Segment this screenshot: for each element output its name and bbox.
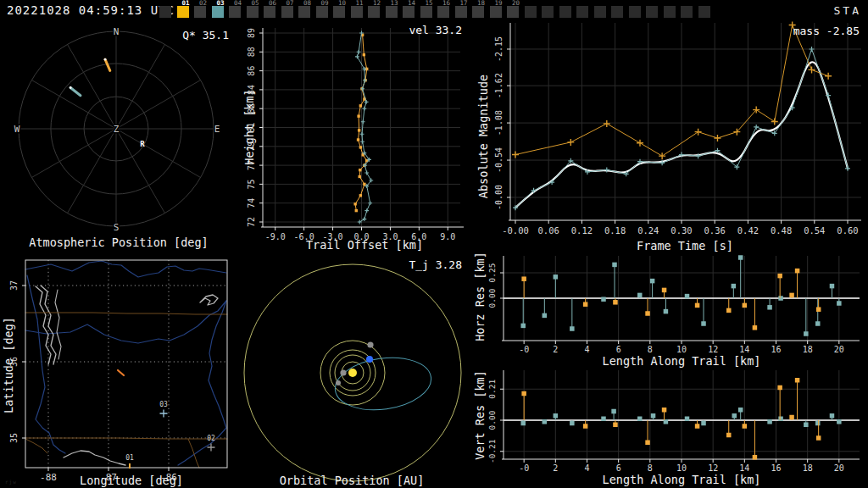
frame-tab-blank[interactable] <box>646 6 658 18</box>
ground-trajectory <box>118 370 124 375</box>
orbit-x-label: Orbital Position [AU] <box>237 474 466 487</box>
meteor-streak-orange <box>105 59 110 70</box>
plus-marker <box>357 50 361 54</box>
panel-light-curve: -0.000.060.120.180.240.300.360.420.480.5… <box>466 21 868 252</box>
tick-label: 6 <box>616 345 621 354</box>
plus-marker <box>754 125 759 130</box>
frame-tab-label: 14 <box>408 0 415 7</box>
frame-tab-11[interactable] <box>351 6 363 18</box>
tick-label: -1.08 <box>494 110 504 136</box>
square-marker <box>651 413 656 419</box>
map-x-label: Longitude [deg] <box>25 474 237 487</box>
plus-marker <box>360 132 364 136</box>
frame-tab-label: 12 <box>373 0 381 7</box>
planet <box>367 341 373 347</box>
frame-tab-label: 13 <box>391 0 398 7</box>
radiant-marker: R <box>140 140 145 148</box>
tick-label: 4 <box>584 345 589 354</box>
frame-tab-10[interactable] <box>333 6 345 18</box>
square-marker <box>601 417 606 422</box>
square-marker <box>815 321 821 326</box>
corner-watermark: rjw <box>5 479 17 485</box>
square-marker <box>795 269 800 274</box>
frame-tab-02[interactable] <box>194 6 206 18</box>
frame-tab-label: 08 <box>303 0 311 7</box>
frame-tab-blank[interactable] <box>159 6 171 18</box>
sun <box>348 369 357 377</box>
earth <box>366 356 373 363</box>
frame-tab-09[interactable] <box>316 6 328 18</box>
plus-marker <box>604 120 610 127</box>
tick-label: 37 <box>9 280 19 291</box>
frame-tab-08[interactable] <box>298 6 310 18</box>
frame-tab-19[interactable] <box>490 6 502 18</box>
square-marker <box>743 303 748 308</box>
plus-marker <box>771 118 778 125</box>
compass-label: W <box>14 124 20 135</box>
planet <box>340 369 346 375</box>
square-marker <box>830 413 835 419</box>
frame-tab-07[interactable] <box>281 6 293 18</box>
series-camera-orange <box>353 34 368 213</box>
square-marker <box>637 417 643 422</box>
tick-label: 0.60 <box>837 225 858 236</box>
river-south-gray <box>64 451 125 465</box>
border-ky-tn <box>25 313 227 314</box>
frame-tab-03[interactable] <box>212 6 224 18</box>
frame-tab-blank[interactable] <box>698 6 710 18</box>
square-marker <box>521 276 526 281</box>
frame-tab-blank[interactable] <box>542 6 554 18</box>
tick-label: 18 <box>803 345 813 354</box>
tick-label: 2 <box>553 345 558 354</box>
tick-label: 0.06 <box>538 225 559 236</box>
frame-tab-label: 09 <box>321 0 329 7</box>
square-marker <box>816 307 821 312</box>
plus-marker <box>567 139 574 146</box>
river-cumberland <box>25 301 226 343</box>
frame-tab-12[interactable] <box>368 6 380 18</box>
atmospheric-position-plot: NSWEZR <box>0 21 237 252</box>
frame-tab-16[interactable] <box>437 6 449 18</box>
tick-label: -0 <box>519 463 529 473</box>
plus-marker <box>512 152 519 158</box>
frame-tab-blank[interactable] <box>594 6 606 18</box>
top-bar: 20221028 04:59:13 UTC 010203040506070809… <box>0 0 868 20</box>
frame-tab-06[interactable] <box>264 6 275 18</box>
frame-tab-13[interactable] <box>386 6 398 18</box>
mag-y-label: Absolute Magnitude <box>476 75 490 198</box>
square-marker <box>767 419 772 424</box>
square-marker <box>732 284 737 289</box>
square-marker <box>601 297 606 302</box>
plus-marker <box>364 208 369 213</box>
square-marker <box>685 417 690 422</box>
square-marker <box>685 294 690 299</box>
square-marker <box>358 129 360 131</box>
frame-tab-05[interactable] <box>247 6 259 18</box>
frame-tab-15[interactable] <box>420 6 432 18</box>
frame-tab-01[interactable] <box>177 6 189 18</box>
frame-tab-20[interactable] <box>507 6 519 18</box>
frame-tab-14[interactable] <box>403 6 415 18</box>
frame-tab-blank[interactable] <box>576 6 588 18</box>
frame-tab-blank[interactable] <box>664 6 676 18</box>
border-diag-sw <box>25 439 47 453</box>
frame-tab-blank[interactable] <box>525 6 537 18</box>
tick-label: 0.54 <box>804 225 825 236</box>
frame-tab-blank[interactable] <box>629 6 641 18</box>
frame-tab-blank[interactable] <box>611 6 623 18</box>
map-grid <box>25 260 227 468</box>
tick-label: 0.00 <box>487 288 497 308</box>
frame-tab-label: 07 <box>287 0 294 7</box>
frame-tab-17[interactable] <box>455 6 467 18</box>
tick-label: 0.36 <box>704 225 726 236</box>
tick-label: 0.00 <box>487 410 497 430</box>
station-01: 01 <box>125 454 134 469</box>
frame-tab-18[interactable] <box>472 6 484 18</box>
frame-tab-04[interactable] <box>229 6 241 18</box>
square-marker <box>355 209 358 212</box>
frame-tab-blank[interactable] <box>559 6 571 18</box>
tick-label: -1.62 <box>494 73 504 98</box>
frame-tab-blank[interactable] <box>681 6 693 18</box>
plus-marker <box>160 410 168 418</box>
panel-atmospheric-position: NSWEZR Q* 35.1 Atmospheric Position [deg… <box>0 21 237 252</box>
